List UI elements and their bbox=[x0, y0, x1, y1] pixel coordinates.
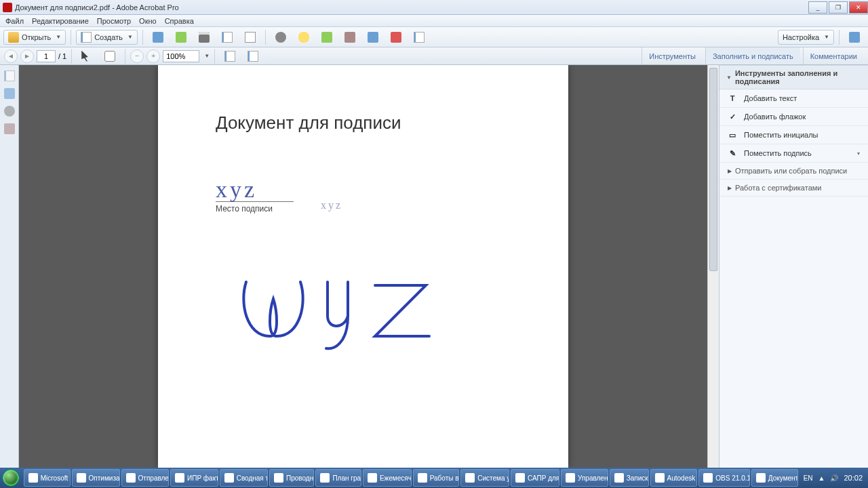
gear-icon bbox=[275, 32, 286, 43]
taskbar-item[interactable]: ИПР факт... bbox=[170, 469, 218, 487]
taskbar-item[interactable]: Документ... bbox=[751, 469, 798, 487]
create-button[interactable]: Создать ▼ bbox=[76, 30, 138, 45]
expand-button[interactable] bbox=[844, 30, 865, 45]
vertical-scrollbar[interactable] bbox=[707, 65, 719, 468]
minimize-button[interactable]: _ bbox=[808, 1, 827, 14]
bookmarks-icon[interactable] bbox=[4, 88, 15, 99]
taskbar-item[interactable]: План гра... bbox=[315, 469, 361, 487]
menu-view[interactable]: Просмотр bbox=[97, 17, 131, 25]
taskbar-item[interactable]: Microsoft ... bbox=[24, 469, 71, 487]
next-page-button[interactable]: ► bbox=[20, 49, 34, 63]
taskbar-item[interactable]: Сводная т... bbox=[220, 469, 268, 487]
separator bbox=[265, 30, 266, 45]
app-icon bbox=[320, 473, 330, 483]
taskbar-item[interactable]: Оптимиза... bbox=[72, 469, 120, 487]
app-icon bbox=[566, 473, 575, 483]
attach-button[interactable] bbox=[363, 30, 383, 45]
initials-icon: ▭ bbox=[728, 130, 737, 140]
zoom-out-button[interactable]: − bbox=[130, 49, 144, 63]
taskbar-item-label: OBS 21.0.1... bbox=[715, 474, 749, 482]
save-button[interactable] bbox=[148, 30, 168, 45]
taskbar-item-label: Документ... bbox=[768, 474, 798, 482]
page-number-input[interactable] bbox=[37, 50, 56, 62]
zoom-in-button[interactable]: + bbox=[146, 49, 160, 63]
chevron-down-icon[interactable]: ▼ bbox=[204, 53, 210, 59]
taskbar-item[interactable]: Работы в... bbox=[413, 469, 459, 487]
signature-field[interactable]: xyz Место подписи bbox=[216, 177, 294, 214]
chevron-down-icon: ▼ bbox=[127, 34, 133, 40]
email-button[interactable] bbox=[240, 30, 260, 45]
hand-tool[interactable] bbox=[100, 49, 120, 64]
menu-file[interactable]: Файл bbox=[5, 17, 24, 25]
app-icon bbox=[515, 473, 525, 483]
tray-flag-icon[interactable]: ▲ bbox=[818, 474, 825, 482]
print-button[interactable] bbox=[194, 30, 214, 45]
menu-edit[interactable]: Редактирование bbox=[32, 17, 89, 25]
tool-place-signature[interactable]: ✎ Поместить подпись ▾ bbox=[719, 144, 868, 163]
tray-volume-icon[interactable]: 🔊 bbox=[830, 474, 838, 482]
edit-button[interactable] bbox=[217, 30, 237, 45]
document-viewport[interactable]: Документ для подписи xyz Место подписи x… bbox=[19, 65, 707, 468]
fit-width-button[interactable] bbox=[220, 49, 240, 64]
menu-help[interactable]: Справка bbox=[165, 17, 194, 25]
close-button[interactable]: ✕ bbox=[849, 1, 868, 14]
sign-button[interactable] bbox=[386, 30, 406, 45]
tab-fill-and-sign[interactable]: Заполнить и подписать bbox=[705, 47, 800, 64]
separator bbox=[142, 30, 143, 45]
tool-add-checkmark[interactable]: ✓ Добавить флажок bbox=[719, 108, 868, 126]
separator bbox=[839, 30, 840, 45]
customize-button[interactable]: Настройка ▼ bbox=[778, 30, 834, 45]
clock[interactable]: 20:02 bbox=[844, 474, 863, 482]
app-icon bbox=[655, 473, 665, 483]
highlight-icon bbox=[321, 32, 332, 43]
tab-comments[interactable]: Комментарии bbox=[803, 47, 864, 64]
open-button[interactable]: Открыть ▼ bbox=[3, 30, 66, 45]
triangle-right-icon: ▶ bbox=[728, 185, 732, 191]
taskbar-item[interactable]: Проводн... bbox=[269, 469, 314, 487]
window-title: Документ для подписи2.pdf - Adobe Acroba… bbox=[15, 3, 179, 12]
page-total-label: / 1 bbox=[58, 52, 66, 60]
panel-section-certificates[interactable]: ▶ Работа с сертификатами bbox=[719, 180, 868, 197]
chevron-down-icon: ▼ bbox=[56, 34, 61, 40]
highlight-button[interactable] bbox=[317, 30, 337, 45]
panel-section-fill-sign-tools[interactable]: ▼ Инструменты заполнения и подписания bbox=[719, 65, 868, 89]
document-heading: Документ для подписи bbox=[216, 113, 401, 134]
taskbar-item[interactable]: САПР для... bbox=[511, 469, 559, 487]
taskbar-item[interactable]: Записки bbox=[610, 469, 649, 487]
settings-icon-button[interactable] bbox=[271, 30, 291, 45]
taskbar-item[interactable]: Отправле... bbox=[121, 469, 170, 487]
taskbar-item[interactable]: Система у... bbox=[460, 469, 509, 487]
taskbar-item-label: Сводная т... bbox=[237, 474, 268, 482]
arrow-cursor-icon bbox=[81, 51, 92, 62]
maximize-button[interactable]: ❐ bbox=[829, 1, 848, 14]
scrollbar-thumb[interactable] bbox=[709, 68, 717, 271]
comment-button[interactable] bbox=[294, 30, 314, 45]
taskbar-item[interactable]: Управлен... bbox=[561, 469, 608, 487]
taskbar-item-label: Autodesk ... bbox=[667, 474, 698, 482]
app-icon bbox=[224, 473, 234, 483]
export-button[interactable] bbox=[171, 30, 191, 45]
prev-page-button[interactable]: ◄ bbox=[4, 49, 18, 63]
taskbar-item[interactable]: Autodesk ... bbox=[650, 469, 698, 487]
menu-window[interactable]: Окно bbox=[139, 17, 157, 25]
redact-button[interactable] bbox=[409, 30, 429, 45]
tab-tools[interactable]: Инструменты bbox=[642, 47, 703, 64]
panel-section-send-collect[interactable]: ▶ Отправить или собрать подписи bbox=[719, 163, 868, 180]
zoom-select[interactable] bbox=[163, 50, 199, 62]
taskbar-item[interactable]: Ежемесяч... bbox=[363, 469, 412, 487]
windows-orb-icon bbox=[3, 470, 19, 486]
thumbnails-icon[interactable] bbox=[4, 70, 15, 81]
taskbar-item-label: План гра... bbox=[332, 474, 361, 482]
language-indicator[interactable]: EN bbox=[804, 474, 813, 482]
tool-place-initials[interactable]: ▭ Поместить инициалы bbox=[719, 126, 868, 144]
fit-page-button[interactable] bbox=[243, 49, 263, 64]
attachments-icon[interactable] bbox=[4, 106, 15, 117]
tool-add-text[interactable]: T Добавить текст bbox=[719, 89, 868, 108]
stamp-button[interactable] bbox=[340, 30, 360, 45]
start-button[interactable] bbox=[0, 468, 22, 488]
taskbar-item[interactable]: OBS 21.0.1... bbox=[698, 469, 749, 487]
taskbar-item-label: Работы в... bbox=[430, 474, 459, 482]
select-tool[interactable] bbox=[77, 49, 97, 64]
signatures-icon[interactable] bbox=[4, 123, 15, 134]
tool-label: Поместить инициалы bbox=[744, 131, 818, 139]
